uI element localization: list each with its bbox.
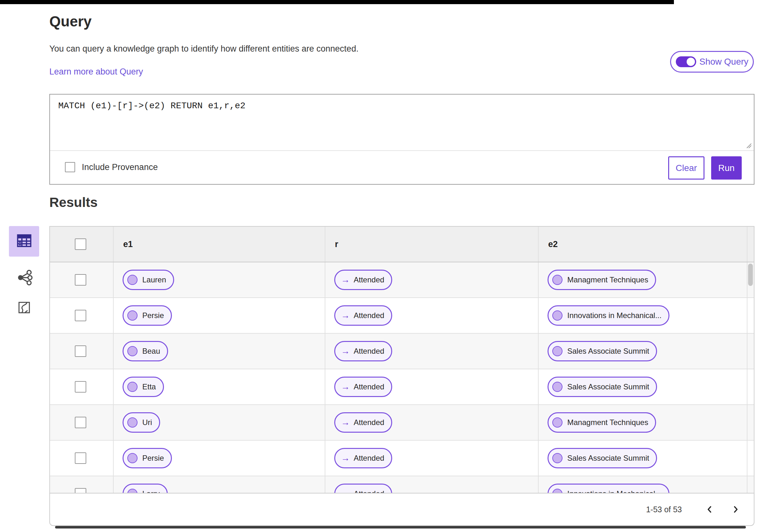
show-query-toggle[interactable]: Show Query xyxy=(670,51,754,73)
entity-pill[interactable]: Uri xyxy=(122,412,160,433)
select-all-checkbox[interactable] xyxy=(75,239,86,250)
table-row: Beau →Attended Sales Associate Summit xyxy=(50,334,754,369)
entity-pill[interactable]: Managment Techniques xyxy=(547,412,656,433)
table-header-row: e1 r e2 xyxy=(50,227,754,262)
toggle-switch-icon[interactable] xyxy=(676,56,696,67)
relation-label: Attended xyxy=(354,418,384,427)
table-row: Uri →Attended Managment Techniques xyxy=(50,405,754,441)
entity-pill[interactable]: Persie xyxy=(122,448,172,468)
entity-label: Sales Associate Summit xyxy=(567,454,649,462)
query-input[interactable]: MATCH (e1)-[r]->(e2) RETURN e1,r,e2 xyxy=(58,101,741,111)
arrow-right-icon: → xyxy=(341,275,350,285)
view-switcher-table[interactable] xyxy=(9,226,39,257)
run-button[interactable]: Run xyxy=(711,156,742,180)
table-row: Persie →Attended Sales Associate Summit xyxy=(50,441,754,476)
entity-pill[interactable]: Sales Associate Summit xyxy=(547,377,657,397)
row-checkbox[interactable] xyxy=(75,274,86,285)
relation-pill[interactable]: →Attended xyxy=(334,377,392,397)
graph-view-icon xyxy=(15,269,33,288)
row-checkbox[interactable] xyxy=(75,417,86,428)
relation-label: Attended xyxy=(354,311,384,320)
vertical-scrollbar-thumb[interactable] xyxy=(748,264,753,286)
table-row: Lauren →Attended Managment Techniques xyxy=(50,262,754,298)
entity-label: Managment Techniques xyxy=(567,275,648,284)
clear-button[interactable]: Clear xyxy=(668,156,704,180)
row-checkbox[interactable] xyxy=(75,381,86,393)
bottom-shadow-bar xyxy=(55,526,746,528)
page-description: You can query a knowledge graph to ident… xyxy=(49,44,358,54)
arrow-right-icon: → xyxy=(341,453,350,463)
entity-pill[interactable]: Larry xyxy=(122,484,168,493)
relation-pill[interactable]: →Attended xyxy=(334,270,392,290)
entity-dot-icon xyxy=(552,275,562,285)
relation-pill[interactable]: →Attended xyxy=(334,305,392,326)
table-row: Persie →Attended Innovations in Mechanic… xyxy=(50,298,754,334)
entity-pill[interactable]: Sales Associate Summit xyxy=(547,341,657,361)
row-checkbox[interactable] xyxy=(75,310,86,321)
column-header-e2: e2 xyxy=(539,240,558,249)
view-switcher-graph[interactable] xyxy=(9,263,39,293)
entity-label: Innovations in Mechanical... xyxy=(567,311,662,320)
entity-label: Beau xyxy=(142,347,160,356)
map-view-icon xyxy=(17,300,32,316)
pagination-bar: 1-53 of 53 xyxy=(49,493,754,526)
entity-label: Managment Techniques xyxy=(567,418,648,427)
entity-pill[interactable]: Managment Techniques xyxy=(547,270,656,290)
top-black-bar xyxy=(0,0,674,4)
entity-pill[interactable]: Sales Associate Summit xyxy=(547,448,657,468)
entity-dot-icon xyxy=(552,453,562,463)
pagination-range-label: 1-53 of 53 xyxy=(646,505,682,514)
learn-more-link[interactable]: Learn more about Query xyxy=(49,67,143,77)
include-provenance-checkbox[interactable] xyxy=(65,162,75,172)
entity-dot-icon xyxy=(127,310,137,321)
arrow-right-icon: → xyxy=(341,489,350,493)
entity-dot-icon xyxy=(127,382,137,392)
row-checkbox[interactable] xyxy=(75,488,86,493)
column-header-e1: e1 xyxy=(114,240,133,249)
relation-label: Attended xyxy=(354,382,384,391)
table-row: Etta →Attended Sales Associate Summit xyxy=(50,369,754,405)
entity-dot-icon xyxy=(552,346,562,356)
entity-label: Larry xyxy=(142,489,160,493)
query-page: Query You can query a knowledge graph to… xyxy=(0,0,764,532)
results-title: Results xyxy=(49,195,98,210)
row-checkbox[interactable] xyxy=(75,452,86,464)
results-table: e1 r e2 Lauren →Attended Managment Techn… xyxy=(49,226,754,493)
column-header-r: r xyxy=(325,240,338,249)
toggle-knob xyxy=(687,58,695,66)
entity-pill[interactable]: Etta xyxy=(122,377,164,397)
query-editor-card: MATCH (e1)-[r]->(e2) RETURN e1,r,e2 Incl… xyxy=(49,94,754,185)
view-switcher-map[interactable] xyxy=(9,293,39,323)
entity-dot-icon xyxy=(552,489,562,493)
divider xyxy=(50,150,754,151)
entity-label: Lauren xyxy=(142,275,166,284)
entity-dot-icon xyxy=(127,418,137,428)
relation-pill[interactable]: →Attended xyxy=(334,448,392,468)
chevron-right-icon[interactable] xyxy=(729,503,742,516)
relation-pill[interactable]: →Attended xyxy=(334,484,392,493)
entity-dot-icon xyxy=(552,310,562,321)
entity-dot-icon xyxy=(552,382,562,392)
entity-label: Persie xyxy=(142,454,164,462)
entity-label: Etta xyxy=(142,382,156,391)
entity-label: Persie xyxy=(142,311,164,320)
arrow-right-icon: → xyxy=(341,346,350,356)
entity-label: Sales Associate Summit xyxy=(567,347,649,356)
relation-pill[interactable]: →Attended xyxy=(334,341,392,361)
show-query-label: Show Query xyxy=(699,57,748,67)
entity-pill[interactable]: Innovations in Mechanical... xyxy=(547,484,669,493)
entity-dot-icon xyxy=(127,275,137,285)
chevron-left-icon[interactable] xyxy=(703,503,716,516)
relation-label: Attended xyxy=(354,454,384,462)
include-provenance-label: Include Provenance xyxy=(82,162,158,172)
relation-pill[interactable]: →Attended xyxy=(334,412,392,433)
entity-dot-icon xyxy=(127,489,137,493)
entity-pill[interactable]: Persie xyxy=(122,305,172,326)
entity-label: Sales Associate Summit xyxy=(567,382,649,391)
table-row: Larry →Attended Innovations in Mechanica… xyxy=(50,476,754,493)
resize-handle-icon[interactable] xyxy=(745,142,752,150)
entity-pill[interactable]: Lauren xyxy=(122,270,174,290)
row-checkbox[interactable] xyxy=(75,345,86,357)
entity-pill[interactable]: Beau xyxy=(122,341,168,361)
entity-pill[interactable]: Innovations in Mechanical... xyxy=(547,305,669,326)
